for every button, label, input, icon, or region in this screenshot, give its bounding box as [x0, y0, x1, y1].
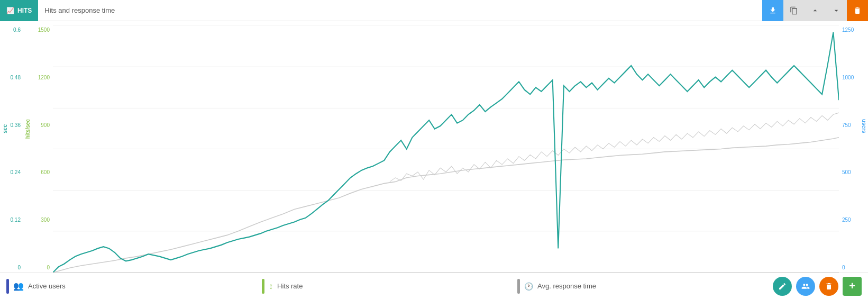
sec-tick-2: 0.36 — [11, 123, 21, 128]
hits-badge-label: HITS — [17, 7, 32, 14]
y-axis-hits: hits/sec 1500 1200 900 600 300 0 — [24, 25, 53, 273]
chart-footer: 👥 Active users ↕ Hits rate 🕐 Avg. respon… — [0, 273, 868, 299]
delete-header-button[interactable] — [847, 0, 868, 21]
hits-axis-label: hits/sec — [25, 119, 31, 139]
active-users-icon: 👥 — [13, 281, 24, 291]
hits-tick-1: 1200 — [38, 75, 50, 80]
legend-active-users: 👥 Active users — [6, 279, 262, 294]
edit-button[interactable] — [773, 277, 792, 296]
hits-tick-5: 0 — [47, 265, 50, 270]
header-actions — [762, 0, 868, 21]
sec-tick-3: 0.24 — [11, 170, 21, 175]
footer-actions: + — [773, 277, 862, 296]
chart-container: 📈 HITS Hits and response time se — [0, 0, 868, 299]
hits-tick-3: 600 — [41, 170, 50, 175]
users-tick-2: 750 — [842, 123, 851, 128]
sec-tick-1: 0.48 — [11, 75, 21, 80]
avg-response-icon: 🕐 — [524, 282, 533, 291]
hits-badge-icon: 📈 — [6, 7, 14, 14]
hits-rate-bar — [262, 279, 264, 294]
hits-tick-4: 300 — [41, 218, 50, 223]
hits-tick-2: 900 — [41, 123, 50, 128]
hits-badge: 📈 HITS — [0, 0, 38, 21]
chart-plot: 16:12 16:14 16:16 16:18 16:20 16:22 16:2… — [53, 25, 839, 273]
hits-rate-label: Hits rate — [277, 282, 303, 290]
add-button[interactable]: + — [843, 277, 862, 296]
chart-header: 📈 HITS Hits and response time — [0, 0, 868, 21]
chart-body: sec 0.6 0.48 0.36 0.24 0.12 0 hits/sec 1… — [0, 21, 868, 273]
legend-avg-response: 🕐 Avg. response time — [517, 279, 773, 294]
sec-tick-4: 0.12 — [11, 218, 21, 223]
sec-axis-label: sec — [2, 124, 8, 133]
active-users-label: Active users — [28, 282, 66, 290]
y-axis-sec: sec 0.6 0.48 0.36 0.24 0.12 0 — [0, 25, 24, 273]
upload-button[interactable] — [762, 0, 783, 21]
delete-footer-button[interactable] — [819, 277, 838, 296]
chart-svg: 16:12 16:14 16:16 16:18 16:20 16:22 16:2… — [53, 25, 839, 273]
y-axis-users: users 1250 1000 750 500 250 0 — [839, 25, 868, 273]
users-button[interactable] — [796, 277, 815, 296]
users-tick-5: 0 — [842, 265, 845, 270]
copy-button[interactable] — [783, 0, 805, 21]
users-tick-0: 1250 — [842, 28, 854, 33]
sec-tick-0: 0.6 — [13, 28, 21, 33]
users-tick-3: 500 — [842, 170, 851, 175]
avg-response-bar — [517, 279, 520, 294]
users-tick-4: 250 — [842, 218, 851, 223]
move-up-button[interactable] — [805, 0, 826, 21]
users-axis-label: users — [861, 119, 867, 133]
sec-tick-5: 0 — [17, 265, 21, 270]
move-down-button[interactable] — [826, 0, 847, 21]
chart-title: Hits and response time — [38, 6, 762, 14]
avg-response-label: Avg. response time — [537, 282, 596, 290]
hits-tick-0: 1500 — [38, 28, 50, 33]
active-users-bar — [6, 279, 9, 294]
users-tick-1: 1000 — [842, 75, 854, 80]
hits-rate-icon: ↕ — [269, 282, 273, 291]
legend-hits-rate: ↕ Hits rate — [262, 279, 517, 294]
